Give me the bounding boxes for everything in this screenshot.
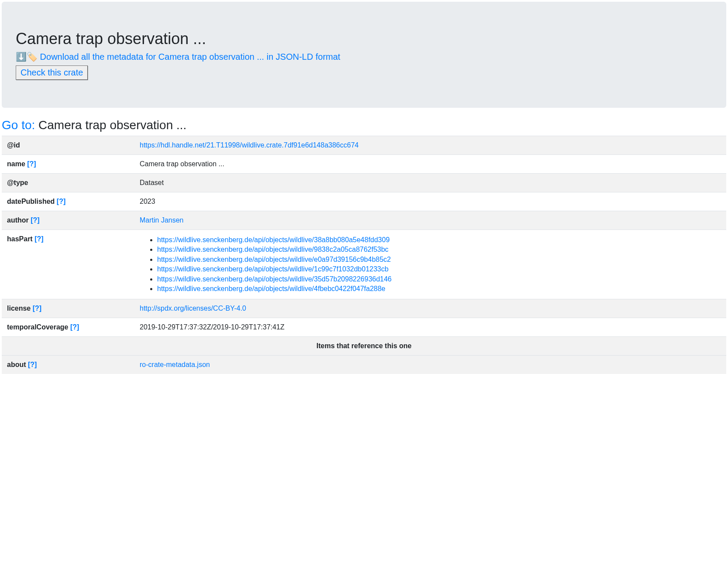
section-header-row: Items that reference this one [2, 337, 726, 356]
list-item: https://wildlive.senckenberg.de/api/obje… [157, 245, 721, 254]
table-row: name [?] Camera trap observation ... [2, 155, 726, 174]
list-item: https://wildlive.senckenberg.de/api/obje… [157, 264, 721, 274]
haspart-link[interactable]: https://wildlive.senckenberg.de/api/obje… [157, 246, 388, 253]
row-key-author: author [7, 216, 29, 224]
download-icon: ⬇️🏷️ [16, 52, 40, 62]
haspart-link[interactable]: https://wildlive.senckenberg.de/api/obje… [157, 275, 391, 283]
help-icon[interactable]: [?] [31, 216, 39, 224]
about-link[interactable]: ro-crate-metadata.json [140, 361, 210, 368]
row-key-temporalcoverage: temporalCoverage [7, 323, 69, 331]
check-crate-button[interactable]: Check this crate [16, 65, 88, 80]
help-icon[interactable]: [?] [27, 160, 36, 168]
type-value: Dataset [134, 174, 726, 192]
goto-heading: Go to: Camera trap observation ... [2, 118, 728, 132]
table-row: @type Dataset [2, 174, 726, 192]
page-title: Camera trap observation ... [16, 30, 712, 48]
section-header: Items that reference this one [2, 337, 726, 356]
goto-target: Camera trap observation ... [38, 118, 186, 132]
table-row: author [?] Martin Jansen [2, 211, 726, 230]
row-key-datepublished: datePublished [7, 198, 55, 205]
header-panel: Camera trap observation ... ⬇️🏷️ Downloa… [2, 2, 726, 108]
table-row: license [?] http://spdx.org/licenses/CC-… [2, 299, 726, 318]
table-row: temporalCoverage [?] 2019-10-29T17:37:32… [2, 318, 726, 337]
haspart-link[interactable]: https://wildlive.senckenberg.de/api/obje… [157, 285, 385, 292]
table-row: datePublished [?] 2023 [2, 192, 726, 211]
help-icon[interactable]: [?] [34, 235, 43, 243]
table-row: @id https://hdl.handle.net/21.T11998/wil… [2, 136, 726, 155]
table-row: about [?] ro-crate-metadata.json [2, 356, 726, 374]
help-icon[interactable]: [?] [33, 305, 41, 312]
license-link[interactable]: http://spdx.org/licenses/CC-BY-4.0 [140, 305, 246, 312]
help-icon[interactable]: [?] [28, 361, 37, 368]
haspart-link[interactable]: https://wildlive.senckenberg.de/api/obje… [157, 256, 391, 263]
row-key-about: about [7, 361, 26, 368]
haspart-link[interactable]: https://wildlive.senckenberg.de/api/obje… [157, 265, 388, 273]
list-item: https://wildlive.senckenberg.de/api/obje… [157, 284, 721, 294]
list-item: https://wildlive.senckenberg.de/api/obje… [157, 255, 721, 264]
help-icon[interactable]: [?] [70, 323, 79, 331]
download-metadata-link[interactable]: Download all the metadata for Camera tra… [40, 52, 340, 62]
name-value: Camera trap observation ... [134, 155, 726, 174]
row-key-id: @id [2, 136, 134, 155]
table-row: hasPart [?] https://wildlive.senckenberg… [2, 230, 726, 299]
row-key-license: license [7, 305, 31, 312]
row-key-name: name [7, 160, 25, 168]
help-icon[interactable]: [?] [57, 198, 65, 205]
metadata-table: @id https://hdl.handle.net/21.T11998/wil… [2, 136, 726, 374]
haspart-link[interactable]: https://wildlive.senckenberg.de/api/obje… [157, 236, 390, 243]
datepublished-value: 2023 [134, 192, 726, 211]
id-link[interactable]: https://hdl.handle.net/21.T11998/wildliv… [140, 141, 359, 149]
list-item: https://wildlive.senckenberg.de/api/obje… [157, 274, 721, 284]
download-line: ⬇️🏷️ Download all the metadata for Camer… [16, 51, 712, 62]
goto-link[interactable]: Go to: [2, 118, 35, 132]
temporalcoverage-value: 2019-10-29T17:37:32Z/2019-10-29T17:37:41… [134, 318, 726, 337]
list-item: https://wildlive.senckenberg.de/api/obje… [157, 235, 721, 245]
haspart-list: https://wildlive.senckenberg.de/api/obje… [140, 235, 721, 294]
row-key-haspart: hasPart [7, 235, 33, 243]
row-key-type: @type [2, 174, 134, 192]
author-link[interactable]: Martin Jansen [140, 216, 184, 224]
